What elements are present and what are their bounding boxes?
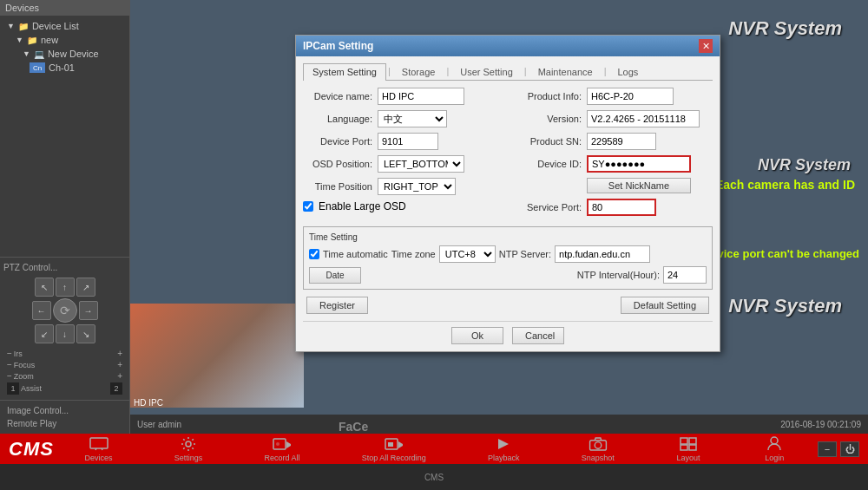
toolbar-label-login: Login: [765, 454, 784, 462]
ntp-interval-input[interactable]: [663, 266, 707, 284]
gear-icon: [176, 435, 201, 453]
version-row: Version:: [512, 110, 713, 127]
ptz-row-mid: ← ⟳ →: [32, 298, 98, 323]
ipcam-setting-dialog: IPCam Setting ✕ System Setting | Storage…: [295, 35, 720, 352]
zoom-plus[interactable]: +: [117, 371, 122, 381]
stop-icon: [382, 435, 406, 453]
version-input[interactable]: [587, 110, 700, 127]
toolbar-item-snapshot[interactable]: Snapshot: [582, 435, 615, 462]
ptz-left[interactable]: ←: [32, 301, 51, 320]
tab-storage[interactable]: Storage: [392, 63, 445, 80]
device-id-row: Device ID:: [512, 155, 713, 173]
product-info-label: Product Info:: [512, 91, 582, 101]
device-name-input[interactable]: [378, 88, 464, 105]
iris-minus[interactable]: −: [7, 349, 12, 358]
ptz-up-left[interactable]: ↖: [35, 278, 54, 297]
toolbar-item-login[interactable]: Login: [762, 435, 786, 462]
top-area: Devices ▼ 📁 Device List ▼ 📁 new ▼ 💻 New …: [0, 0, 868, 434]
action-button-row: Register Default Setting: [303, 297, 713, 314]
time-zone-select[interactable]: UTC+8: [439, 245, 496, 263]
ptz-down-left[interactable]: ↙: [35, 324, 54, 343]
focus-plus[interactable]: +: [117, 360, 122, 369]
ptz-up[interactable]: ↑: [56, 278, 75, 297]
date-button[interactable]: Date: [309, 267, 361, 284]
register-button[interactable]: Register: [306, 297, 368, 314]
time-automatic-checkbox[interactable]: [309, 249, 319, 259]
ptz-section: PTZ Control... ↖ ↑ ↗ ← ⟳ → ↙ ↓: [0, 257, 129, 400]
ptz-row-bottom: ↙ ↓ ↘: [35, 324, 95, 343]
image-control-link[interactable]: Image Control...: [3, 404, 126, 417]
device-port-label: Device Port:: [303, 136, 372, 147]
device-name-label: Device name:: [303, 91, 372, 101]
form-right-col: Product Info: Version: P: [512, 88, 713, 221]
ptz-label: PTZ Control...: [3, 261, 126, 274]
assist-label: Assist: [21, 384, 108, 393]
ptz-down-right[interactable]: ↘: [76, 324, 95, 343]
zoom-row: − Zoom +: [7, 371, 122, 381]
osd-position-label: OSD Position:: [303, 159, 372, 169]
device-id-input[interactable]: [587, 155, 691, 173]
tab-user-setting[interactable]: User Setting: [450, 63, 523, 80]
num1-badge: 1: [7, 382, 19, 395]
person-icon: [762, 435, 786, 453]
cam-icon: Cn: [30, 62, 45, 73]
toolbar-item-stop-recording[interactable]: Stop All Recording: [362, 435, 426, 462]
ptz-up-right[interactable]: ↗: [76, 278, 95, 297]
power-button[interactable]: ⏻: [840, 441, 859, 457]
product-sn-row: Product SN:: [512, 133, 713, 150]
record-icon: [270, 435, 294, 453]
time-automatic-label: Time automatic: [323, 249, 388, 259]
tree-item-ch01[interactable]: Cn Ch-01: [3, 61, 126, 75]
zoom-label: Zoom: [14, 372, 115, 381]
iris-plus[interactable]: +: [117, 349, 122, 358]
tab-system-setting[interactable]: System Setting: [303, 63, 386, 81]
product-sn-input[interactable]: [587, 133, 656, 150]
cancel-button[interactable]: Cancel: [512, 327, 564, 344]
time-position-select[interactable]: RIGHT_TOP: [378, 178, 456, 195]
device-name-row: Device name:: [303, 88, 503, 105]
service-port-input[interactable]: [587, 199, 656, 216]
focus-minus[interactable]: −: [7, 360, 12, 369]
left-sidebar: Devices ▼ 📁 Device List ▼ 📁 new ▼ 💻 New …: [0, 0, 130, 434]
svg-marker-8: [398, 441, 403, 448]
toolbar-item-settings[interactable]: Settings: [174, 435, 203, 462]
iris-row: − Irs +: [7, 349, 122, 358]
svg-rect-13: [681, 438, 687, 444]
zoom-minus[interactable]: −: [7, 371, 12, 381]
tree-item-new[interactable]: ▼ 📁 new: [3, 33, 126, 47]
tab-logs[interactable]: Logs: [608, 63, 648, 80]
ptz-right[interactable]: →: [79, 301, 98, 320]
tree-item-new-device[interactable]: ▼ 💻 New Device: [3, 47, 126, 61]
language-select[interactable]: 中文: [378, 110, 447, 127]
ok-button[interactable]: Ok: [451, 327, 503, 344]
product-info-row: Product Info:: [512, 88, 713, 105]
product-info-input[interactable]: [587, 88, 674, 105]
tree-item-device-list[interactable]: ▼ 📁 Device List: [3, 19, 126, 33]
svg-rect-14: [689, 438, 696, 444]
enable-osd-checkbox[interactable]: [303, 201, 313, 212]
ok-cancel-row: Ok Cancel: [303, 321, 713, 344]
svg-marker-5: [286, 441, 291, 448]
folder-icon-new: 📁: [27, 36, 37, 45]
set-nickname-button[interactable]: Set NickName: [587, 178, 691, 193]
ptz-down[interactable]: ↓: [56, 324, 75, 343]
ntp-interval-label: NTP Interval(Hour):: [577, 270, 660, 280]
osd-position-select[interactable]: LEFT_BOTTOM: [378, 155, 464, 173]
toolbar-right-buttons: − ⏻: [818, 441, 859, 457]
time-position-label: Time Position: [303, 181, 372, 192]
ptz-row-top: ↖ ↑ ↗: [35, 278, 95, 297]
toolbar-item-record-all[interactable]: Record All: [265, 435, 300, 462]
ntp-server-input[interactable]: [555, 245, 650, 263]
toolbar-item-layout[interactable]: Layout: [676, 435, 700, 462]
default-setting-button[interactable]: Default Setting: [621, 297, 709, 314]
minus-button[interactable]: −: [818, 441, 837, 457]
ptz-center[interactable]: ⟳: [53, 298, 77, 323]
tab-maintenance[interactable]: Maintenance: [529, 63, 602, 80]
device-port-input[interactable]: [378, 133, 438, 150]
focus-row: − Focus +: [7, 360, 122, 369]
toolbar-item-devices[interactable]: Devices: [85, 435, 113, 462]
remote-play-link[interactable]: Remote Play: [3, 417, 126, 430]
toolbar-item-playback[interactable]: Playback: [488, 435, 520, 462]
dialog-close-button[interactable]: ✕: [699, 39, 713, 53]
assist-row: 1 Assist 2: [7, 382, 122, 395]
